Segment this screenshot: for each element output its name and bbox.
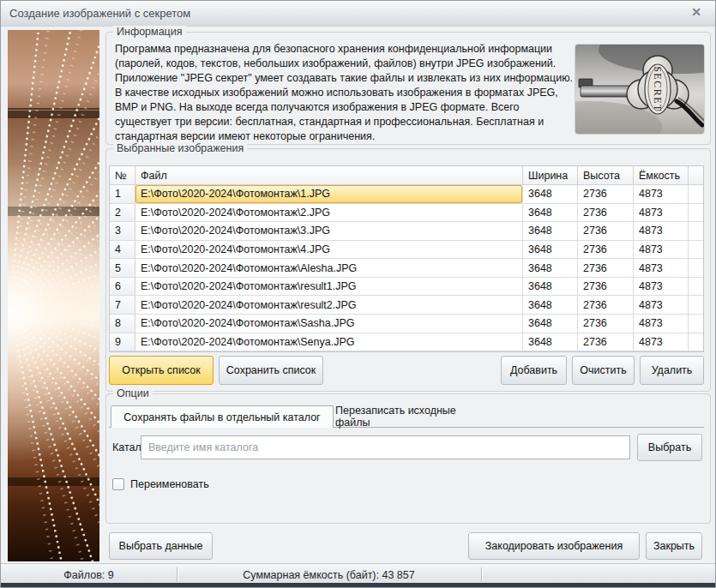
catalog-input[interactable] — [141, 435, 630, 459]
delete-button[interactable]: Удалить — [640, 356, 704, 385]
row-number-cell[interactable]: 3 — [110, 222, 135, 241]
filler-cell — [689, 296, 703, 315]
width-cell[interactable]: 3648 — [523, 185, 578, 204]
status-bar: Файлов: 9 Суммарная ёмкость (байт): 43 8… — [1, 563, 716, 585]
row-number-cell[interactable]: 5 — [110, 259, 135, 278]
width-cell[interactable]: 3648 — [523, 222, 578, 241]
header-capacity: Ёмкость — [634, 166, 689, 185]
select-data-button[interactable]: Выбрать данные — [109, 532, 213, 560]
filler-cell — [689, 315, 703, 333]
close-button[interactable]: Закрыть — [646, 532, 702, 560]
file-path-cell[interactable]: E:\Фото\2020-2024\Фотомонтаж\1.JPG — [135, 185, 523, 204]
height-cell[interactable]: 2736 — [578, 315, 634, 333]
info-description-text: Программа предназначена для безопасного … — [115, 42, 576, 144]
secret-key-image: SECRET — [575, 44, 705, 135]
add-button[interactable]: Добавить — [501, 356, 567, 385]
row-number-cell[interactable]: 6 — [110, 278, 135, 297]
decorative-lights-photo — [8, 30, 99, 561]
clear-button[interactable]: Очистить — [572, 356, 635, 385]
header-number: № — [110, 166, 135, 185]
choose-catalog-button[interactable]: Выбрать — [637, 434, 702, 461]
row-number-cell[interactable]: 9 — [110, 333, 135, 352]
header-height: Высота — [578, 166, 634, 185]
height-cell[interactable]: 2736 — [578, 278, 634, 297]
tab-overwrite-source-files[interactable]: Перезаписать исходные файлы — [335, 406, 493, 427]
table-row[interactable]: 3E:\Фото\2020-2024\Фотомонтаж\3.JPG36482… — [110, 222, 703, 241]
table-row[interactable]: 2E:\Фото\2020-2024\Фотомонтаж\2.JPG36482… — [110, 204, 703, 223]
table-row[interactable]: 5E:\Фото\2020-2024\Фотомонтаж\Alesha.JPG… — [110, 259, 703, 278]
filler-cell — [689, 278, 703, 297]
open-list-button[interactable]: Открыть список — [109, 356, 214, 385]
capacity-cell[interactable]: 4873 — [634, 185, 689, 204]
table-row[interactable]: 6E:\Фото\2020-2024\Фотомонтаж\result1.JP… — [110, 278, 703, 297]
dialog-window: Создание изображений с секретом ✕ — [0, 0, 716, 588]
height-cell[interactable]: 2736 — [578, 259, 634, 278]
capacity-cell[interactable]: 4873 — [634, 315, 689, 333]
row-number-cell[interactable]: 1 — [110, 185, 135, 204]
row-number-cell[interactable]: 4 — [110, 241, 135, 260]
capacity-cell[interactable]: 4873 — [634, 241, 689, 260]
options-group-label: Опции — [113, 387, 153, 399]
tab-save-to-separate-dir[interactable]: Сохранять файлы в отдельный каталог — [111, 405, 334, 428]
file-path-cell[interactable]: E:\Фото\2020-2024\Фотомонтаж\4.JPG — [135, 241, 523, 260]
height-cell[interactable]: 2736 — [578, 333, 634, 352]
capacity-cell[interactable]: 4873 — [634, 296, 689, 315]
capacity-cell[interactable]: 4873 — [634, 222, 689, 241]
width-cell[interactable]: 3648 — [523, 315, 578, 333]
header-filler — [689, 166, 703, 185]
info-group-label: Информация — [113, 26, 186, 38]
file-path-cell[interactable]: E:\Фото\2020-2024\Фотомонтаж\result2.JPG — [135, 296, 523, 315]
width-cell[interactable]: 3648 — [523, 259, 578, 278]
rename-checkbox-label[interactable]: Переименовать — [130, 478, 209, 490]
width-cell[interactable]: 3648 — [523, 241, 578, 260]
height-cell[interactable]: 2736 — [578, 222, 634, 241]
info-group: Информация Программа предназначена для б… — [105, 32, 711, 145]
filler-cell — [689, 222, 703, 241]
file-path-cell[interactable]: E:\Фото\2020-2024\Фотомонтаж\3.JPG — [135, 222, 523, 241]
height-cell[interactable]: 2736 — [578, 296, 634, 315]
window-bottom-edge — [1, 583, 716, 587]
filler-cell — [689, 185, 703, 204]
file-path-cell[interactable]: E:\Фото\2020-2024\Фотомонтаж\2.JPG — [135, 204, 523, 223]
file-path-cell[interactable]: E:\Фото\2020-2024\Фотомонтаж\Alesha.JPG — [135, 259, 523, 278]
capacity-cell[interactable]: 4873 — [634, 259, 689, 278]
row-number-cell[interactable]: 7 — [110, 296, 135, 315]
capacity-cell[interactable]: 4873 — [634, 278, 689, 297]
file-path-cell[interactable]: E:\Фото\2020-2024\Фотомонтаж\Sasha.JPG — [135, 315, 523, 333]
height-cell[interactable]: 2736 — [578, 204, 634, 223]
filler-cell — [689, 204, 703, 223]
width-cell[interactable]: 3648 — [523, 296, 578, 315]
filler-cell — [689, 241, 703, 260]
selected-images-group-label: Выбранные изображения — [113, 142, 247, 154]
table-row[interactable]: 1E:\Фото\2020-2024\Фотомонтаж\1.JPG36482… — [110, 185, 703, 204]
table-row[interactable]: 7E:\Фото\2020-2024\Фотомонтаж\result2.JP… — [110, 296, 703, 315]
height-cell[interactable]: 2736 — [578, 185, 634, 204]
table-row[interactable]: 9E:\Фото\2020-2024\Фотомонтаж\Senya.JPG3… — [110, 333, 703, 352]
table-body: 1E:\Фото\2020-2024\Фотомонтаж\1.JPG36482… — [110, 185, 703, 351]
width-cell[interactable]: 3648 — [523, 204, 578, 223]
images-table[interactable]: № Файл Ширина Высота Ёмкость 1E:\Фото\20… — [109, 165, 704, 352]
encode-images-button[interactable]: Закодировать изображения — [468, 532, 640, 560]
file-path-cell[interactable]: E:\Фото\2020-2024\Фотомонтаж\result1.JPG — [135, 278, 523, 297]
window-title: Создание изображений с секретом — [9, 1, 190, 26]
table-row[interactable]: 4E:\Фото\2020-2024\Фотомонтаж\4.JPG36482… — [110, 241, 703, 260]
table-header-row: № Файл Ширина Высота Ёмкость — [110, 166, 703, 185]
table-row[interactable]: 8E:\Фото\2020-2024\Фотомонтаж\Sasha.JPG3… — [110, 315, 703, 333]
width-cell[interactable]: 3648 — [523, 278, 578, 297]
width-cell[interactable]: 3648 — [523, 333, 578, 352]
header-file: Файл — [135, 166, 523, 185]
status-divider — [481, 567, 482, 582]
save-list-button[interactable]: Сохранить список — [219, 356, 323, 385]
file-path-cell[interactable]: E:\Фото\2020-2024\Фотомонтаж\Senya.JPG — [135, 333, 523, 352]
row-number-cell[interactable]: 8 — [110, 315, 135, 333]
title-bar[interactable]: Создание изображений с секретом ✕ — [1, 1, 715, 27]
close-icon[interactable]: ✕ — [691, 5, 701, 19]
rename-checkbox[interactable] — [112, 478, 124, 490]
height-cell[interactable]: 2736 — [578, 241, 634, 260]
capacity-cell[interactable]: 4873 — [634, 204, 689, 223]
filler-cell — [689, 333, 703, 352]
filler-cell — [689, 259, 703, 278]
header-width: Ширина — [523, 166, 578, 185]
capacity-cell[interactable]: 4873 — [634, 333, 689, 352]
row-number-cell[interactable]: 2 — [110, 204, 135, 223]
